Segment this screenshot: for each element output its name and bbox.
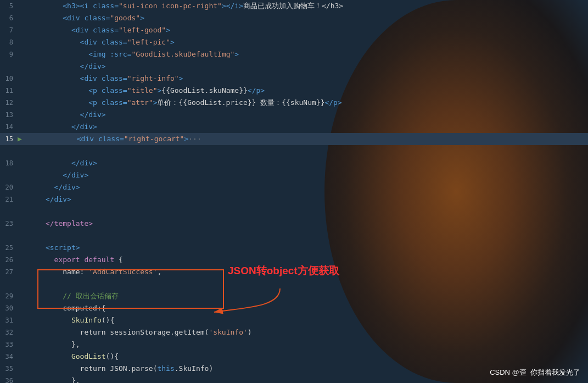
line-number: 34 xyxy=(0,351,18,363)
line-number: 18 xyxy=(0,157,18,169)
line-number: 21 xyxy=(0,193,18,206)
annotation-label: JSON转object方便获取 xyxy=(228,264,339,278)
watermark: CSDN @歪 你挡着我发光了 xyxy=(490,368,580,378)
line-number: 32 xyxy=(0,326,18,338)
line-number: 20 xyxy=(0,181,18,193)
line-number: 15 xyxy=(0,133,18,145)
code-line-19: 23 </template> xyxy=(0,218,588,230)
line-number: 10 xyxy=(0,73,18,85)
line-number: 8 xyxy=(0,36,18,48)
line-number: 36 xyxy=(0,375,18,383)
collapse-indicator: ▶ xyxy=(18,133,22,145)
line-number: 27 xyxy=(0,266,18,278)
line-number: 9 xyxy=(0,48,18,60)
line-number: 6 xyxy=(0,12,18,24)
code-line-12: 15 ▶ <div class="right-gocart">··· xyxy=(0,133,588,145)
code-line-17: 21 </div> xyxy=(0,193,588,206)
line-number: 29 xyxy=(0,290,18,302)
line-number: 35 xyxy=(0,363,18,375)
line-number: 23 xyxy=(0,218,18,230)
line-number: 12 xyxy=(0,97,18,109)
line-number: 31 xyxy=(0,314,18,326)
line-number: 13 xyxy=(0,109,18,121)
line-number: 11 xyxy=(0,85,18,97)
line-number: 33 xyxy=(0,338,18,351)
line-number: 26 xyxy=(0,254,18,266)
line-number: 14 xyxy=(0,121,18,133)
line-number: 5 xyxy=(0,0,18,12)
line-number: 25 xyxy=(0,242,18,254)
code-editor: 5 <h3><i class="sui-icon icon-pc-right">… xyxy=(0,0,588,383)
line-number: 7 xyxy=(0,24,18,36)
line-number: 30 xyxy=(0,302,18,314)
